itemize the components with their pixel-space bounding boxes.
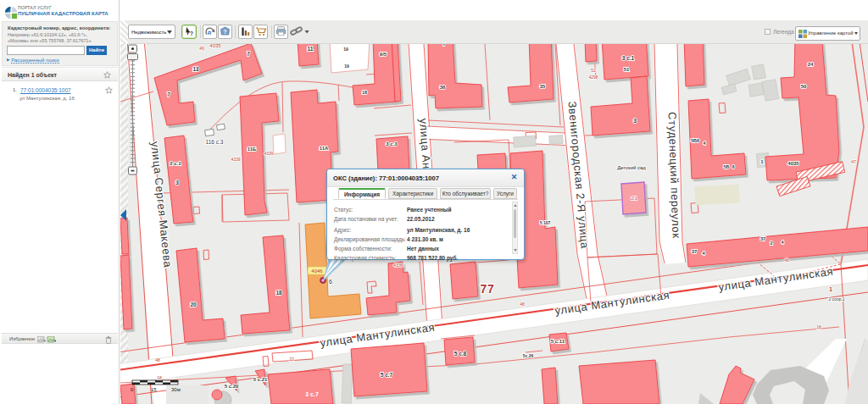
svg-text:5 с.21: 5 с.21 — [253, 377, 268, 382]
svg-text:5 с.7: 5 с.7 — [381, 372, 393, 378]
svg-text:3 с.1: 3 с.1 — [622, 55, 635, 61]
svg-text:49: 49 — [199, 47, 204, 51]
svg-text:18: 18 — [275, 290, 282, 296]
svg-text:116 с.3: 116 с.3 — [206, 139, 224, 145]
svg-text:6: 6 — [732, 164, 734, 169]
svg-text:5 с.20: 5 с.20 — [225, 384, 239, 389]
svg-text:11А: 11А — [320, 146, 329, 151]
svg-text:48: 48 — [784, 257, 789, 263]
svg-text:30м: 30м — [171, 387, 181, 392]
svg-text:47: 47 — [851, 159, 856, 164]
svg-text:11Б: 11Б — [248, 147, 257, 152]
svg-text:15: 15 — [151, 387, 157, 392]
svg-text:19: 19 — [343, 47, 348, 52]
svg-text:4339: 4339 — [231, 157, 240, 162]
svg-text:13: 13 — [192, 66, 199, 72]
svg-text:18: 18 — [362, 90, 367, 95]
svg-text:9/5: 9/5 — [380, 52, 387, 57]
svg-text:37: 37 — [692, 249, 698, 254]
svg-text:?: ? — [190, 30, 193, 36]
svg-text:2 соор.1: 2 соор.1 — [828, 296, 844, 302]
svg-text:4035: 4035 — [787, 161, 799, 166]
svg-text:4336: 4336 — [393, 263, 403, 268]
svg-text:3: 3 — [175, 180, 179, 185]
svg-text:3: 3 — [633, 118, 637, 124]
svg-text:19: 19 — [344, 64, 349, 69]
svg-text:3 с.3: 3 с.3 — [386, 141, 398, 147]
svg-text:11: 11 — [308, 46, 314, 52]
svg-text:1: 1 — [829, 286, 832, 292]
svg-text:36: 36 — [440, 85, 446, 90]
svg-text:20: 20 — [190, 302, 197, 307]
svg-text:7: 7 — [247, 51, 250, 57]
svg-text:5 107: 5 107 — [540, 220, 551, 225]
svg-text:35: 35 — [540, 84, 546, 89]
svg-text:2/1: 2/1 — [631, 196, 637, 201]
svg-text:5Б: 5Б — [723, 164, 729, 169]
svg-text:48: 48 — [520, 302, 525, 307]
svg-text:4035: 4035 — [209, 44, 221, 48]
svg-text:77: 77 — [481, 282, 495, 296]
svg-text:37: 37 — [760, 236, 765, 241]
svg-text:5с.26: 5с.26 — [523, 353, 534, 358]
svg-text:2 с.1: 2 с.1 — [170, 161, 181, 166]
svg-text:24: 24 — [808, 62, 814, 67]
svg-text:18: 18 — [157, 375, 162, 380]
svg-text:50: 50 — [801, 84, 807, 89]
svg-text:2: 2 — [770, 241, 772, 246]
svg-text:Детский сад: Детский сад — [617, 165, 646, 170]
svg-text:5 с.8: 5 с.8 — [454, 351, 467, 357]
svg-text:4339: 4339 — [264, 151, 273, 156]
svg-text:22: 22 — [289, 357, 294, 362]
svg-text:52: 52 — [591, 69, 596, 73]
svg-text:48: 48 — [155, 357, 160, 362]
svg-text:5 с.11: 5 с.11 — [551, 339, 565, 344]
svg-text:3 с.7: 3 с.7 — [305, 391, 319, 397]
svg-text:5Б6: 5Б6 — [691, 138, 699, 143]
svg-text:R: R — [208, 30, 212, 36]
svg-text:?: ? — [224, 29, 227, 35]
svg-text:18: 18 — [816, 324, 821, 329]
svg-text:4298: 4298 — [589, 75, 598, 80]
svg-text:51: 51 — [624, 67, 630, 72]
svg-text:7: 7 — [167, 91, 170, 97]
